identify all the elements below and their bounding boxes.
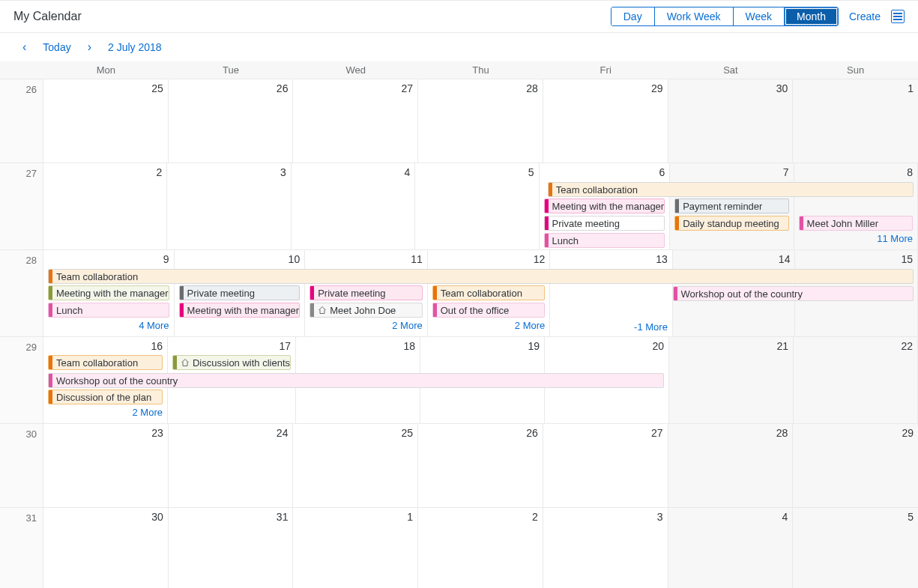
home-icon [318,306,327,315]
day-cell[interactable]: 22 [794,337,918,423]
date-picker[interactable]: 2 July 2018 [108,41,162,53]
day-cell[interactable]: 25 [43,79,169,163]
day-cell[interactable]: 29 [793,424,918,507]
legend-icon[interactable] [891,10,905,23]
event[interactable]: Lunch [48,303,169,318]
event[interactable]: Lunch [544,233,665,248]
dayhead-fri: Fri [543,61,668,79]
dayhead-sat: Sat [668,61,794,79]
event[interactable]: Meet John Miller [799,216,913,231]
day-header-row: Mon Tue Wed Thu Fri Sat Sun [0,61,918,79]
event[interactable]: Meeting with the manager [544,198,665,213]
page-title: My Calendar [13,10,82,23]
day-cell[interactable]: 30 [43,508,169,588]
day-cell[interactable]: 7 Payment reminder Daily standup meeting [670,163,794,249]
today-button[interactable]: Today [43,41,70,53]
day-cell[interactable]: 5 [415,163,539,249]
view-workweek[interactable]: Work Week [655,7,734,25]
event[interactable]: Meet John Doe [309,303,423,318]
week-row: 26 25 26 27 28 29 30 1 [0,79,918,163]
more-link[interactable]: 4 More [48,320,169,331]
home-icon [181,358,190,367]
week-row: 29 16 Team collaboration Discussion of t… [0,337,918,424]
day-cell[interactable]: 24 [169,424,294,507]
event[interactable]: Discussion of the plan [48,390,163,404]
day-cell[interactable]: 1 [293,508,418,588]
week-row: 31 30 31 1 2 3 4 5 [0,508,918,588]
view-week[interactable]: Week [734,7,785,25]
view-month[interactable]: Month [785,7,838,25]
day-cell[interactable]: 12 Team collaboration Out of the office … [428,250,551,336]
event[interactable]: Meeting with the manager [48,285,169,300]
day-cell[interactable]: 3 [167,163,291,249]
create-button[interactable]: Create [849,10,881,22]
next-icon[interactable]: › [88,40,91,54]
day-cell[interactable]: 2 [418,508,543,588]
dayhead-mon: Mon [43,61,169,79]
nav-toolbar: ‹ Today › 2 July 2018 [0,33,918,61]
day-cell[interactable]: 11 Private meeting Meet John Doe 2 More [305,250,428,336]
day-cell[interactable]: 27 [293,79,418,163]
day-cell[interactable]: 27 [543,424,668,507]
event[interactable]: Team collaboration [48,355,163,370]
event[interactable]: Private meeting [179,285,301,300]
day-cell[interactable]: 21 [669,337,794,423]
week-number: 29 [0,337,43,423]
week-row: 27 2 3 4 5 6 Meeting with the manager Pr… [0,163,918,250]
day-cell[interactable]: 31 [169,508,294,588]
week-number: 30 [0,424,43,507]
event[interactable]: Private meeting [544,216,665,231]
more-link[interactable]: 2 More [48,407,163,418]
dayhead-thu: Thu [418,61,543,79]
day-cell[interactable]: 13 -1 More [550,250,673,336]
day-cell[interactable]: 9 Meeting with the manager Lunch 4 More [43,250,175,336]
event-span[interactable]: Team collaboration [48,269,914,284]
week-row: 30 23 24 25 26 27 28 29 [0,424,918,508]
view-day[interactable]: Day [612,7,655,25]
event-span[interactable]: Workshop out of the country [673,286,914,301]
view-switcher: Day Work Week Week Month [611,7,839,26]
day-cell[interactable]: 26 [169,79,294,163]
event[interactable]: Out of the office [432,303,546,318]
event-span[interactable]: Team collaboration [548,182,914,197]
day-cell[interactable]: 28 [668,424,794,507]
more-link[interactable]: -1 More [555,321,668,333]
day-cell[interactable]: 4 [668,508,794,588]
event-span[interactable]: Workshop out of the country [48,373,664,388]
dayhead-tue: Tue [169,61,294,79]
event[interactable]: Payment reminder [674,198,788,213]
day-cell[interactable]: 6 Meeting with the manager Private meeti… [540,163,671,249]
week-number: 28 [0,250,43,336]
day-cell[interactable]: 5 [793,508,918,588]
event[interactable]: Team collaboration [432,285,546,300]
day-cell[interactable]: 8 Meet John Miller 11 More [794,163,918,249]
week-number: 31 [0,508,43,588]
day-cell[interactable]: 10 Private meeting Meeting with the mana… [175,250,306,336]
day-cell[interactable]: 28 [418,79,543,163]
day-cell[interactable]: 30 [668,79,794,163]
more-link[interactable]: 2 More [432,320,546,331]
event[interactable]: Meeting with the manager [179,303,301,318]
event[interactable]: Daily standup meeting [674,216,788,231]
day-cell[interactable]: 2 [43,163,167,249]
week-number: 26 [0,79,43,163]
day-cell[interactable]: 1 [793,79,918,163]
day-cell[interactable]: 25 [293,424,418,507]
day-cell[interactable]: 26 [418,424,543,507]
day-cell[interactable]: 4 [292,163,415,249]
more-link[interactable]: 11 More [799,233,913,244]
prev-icon[interactable]: ‹ [22,40,26,54]
event[interactable]: Discussion with clients [172,355,291,370]
day-cell[interactable]: 23 [43,424,169,507]
dayhead-sun: Sun [793,61,918,79]
day-cell[interactable]: 29 [543,79,668,163]
day-cell[interactable]: 3 [543,508,668,588]
week-row: 28 9 Meeting with the manager Lunch 4 Mo… [0,250,918,337]
more-link[interactable]: 2 More [309,320,423,331]
week-number: 27 [0,163,43,249]
event[interactable]: Private meeting [309,285,423,300]
dayhead-wed: Wed [293,61,418,79]
